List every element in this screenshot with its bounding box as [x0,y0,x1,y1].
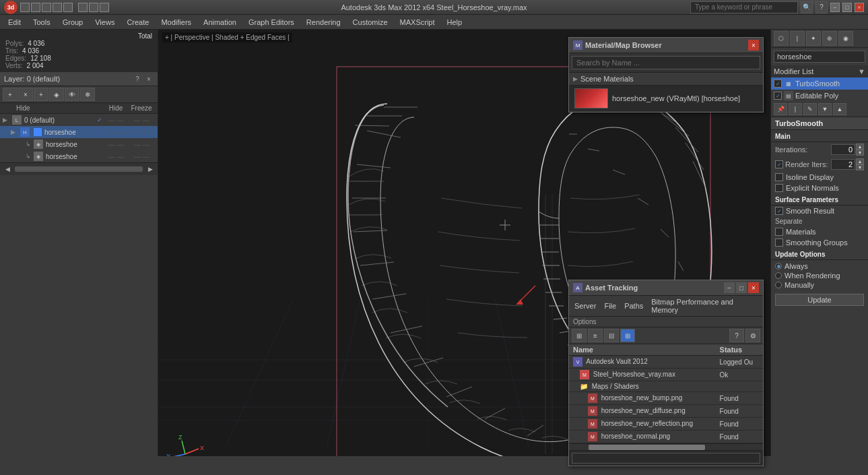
menu-item-help[interactable]: Help [442,17,468,28]
menu-item-customize[interactable]: Customize [347,17,393,28]
manually-radio[interactable] [775,282,782,288]
smoothing-groups-check[interactable] [775,239,783,247]
stats-tris-row: Tris: 4 036 [5,47,152,55]
at-max-btn[interactable]: □ [736,282,747,293]
menu-item-maxscript[interactable]: MAXScript [395,17,440,28]
menu-item-tools[interactable]: Tools [28,17,56,28]
mod-pipe-btn[interactable]: | [789,103,802,115]
update-button[interactable]: Update [775,294,864,306]
at-btn-tree[interactable]: ⊟ [604,329,619,342]
layer-freeze-all-btn[interactable]: ❄ [80,88,95,101]
layer-row-default[interactable]: ▶ L 0 (default) ✓ — — — — [0,114,158,126]
at-row-maps-folder[interactable]: 📁 Maps / Shaders [569,381,763,392]
scroll-left-btn[interactable]: ◀ [3,164,12,174]
scroll-right-btn[interactable]: ▶ [145,164,155,174]
rp-btn-5[interactable]: ◉ [838,31,853,46]
modifier-turbosm[interactable]: ✓ ▦ TurboSmooth [771,77,868,90]
layer-row-horseshoe-2[interactable]: ↳ ◈ horseshoe — — — — [0,150,158,162]
menu-item-graph-editors[interactable]: Graph Editors [243,17,300,28]
iterations-down[interactable]: ▼ [856,150,864,156]
at-menu-bitmap[interactable]: Bitmap Performance and Memory [648,297,760,315]
object-name-input[interactable] [774,51,865,63]
mod-del-btn[interactable]: ▼ [818,103,832,115]
at-row-reflection[interactable]: M horseshoe_new_reflection.png Found [569,418,763,431]
at-path-input[interactable] [572,453,760,464]
mod-edit-btn[interactable]: ✎ [803,103,817,115]
tb-btn-1[interactable] [20,3,30,12]
scroll-track[interactable] [15,166,143,172]
iterations-up[interactable]: ▲ [856,144,864,150]
at-btn-settings[interactable]: ⚙ [745,329,760,342]
rp-btn-2[interactable]: | [790,31,805,46]
at-menu-file[interactable]: File [601,301,619,311]
tb-btn-4[interactable] [53,3,62,12]
at-btn-list[interactable]: ≡ [588,329,603,342]
at-menu-paths[interactable]: Paths [622,301,646,311]
search-btn[interactable]: 🔍 [801,1,813,13]
layer-row-horseshoe-0[interactable]: ▶ H horseshoe — — — — [0,126,158,138]
modifier-editable-poly[interactable]: ✓ ▤ Editable Poly [771,90,868,102]
stats-tris-value: 4 036 [22,47,39,55]
at-menu-server[interactable]: Server [572,301,599,311]
menu-item-create[interactable]: Create [121,17,154,28]
tb-btn-7[interactable] [89,3,98,12]
layers-close-btn[interactable]: × [144,74,154,84]
mat-browser-close-btn[interactable]: × [748,40,759,51]
iterations-input[interactable] [831,144,855,155]
at-row-diffuse[interactable]: M horseshoe_new_diffuse.png Found [569,405,763,418]
update-options-title: Update Options [771,249,868,260]
layer-new-btn[interactable]: + [3,88,18,101]
tb-btn-2[interactable] [31,3,40,12]
minimize-btn[interactable]: − [830,3,840,12]
always-radio[interactable] [775,263,782,270]
layer-delete-btn[interactable]: × [18,88,33,101]
mod-pin-btn[interactable]: 📌 [774,103,787,115]
at-row-max-file[interactable]: M Steel_Horseshoe_vray.max Ok [569,369,763,381]
at-btn-help[interactable]: ? [729,329,744,342]
when-rendering-label: When Rendering [784,272,840,280]
smooth-result-check[interactable]: ✓ [775,207,783,215]
menu-item-views[interactable]: Views [90,17,120,28]
menu-item-rendering[interactable]: Rendering [301,17,346,28]
materials-check[interactable] [775,228,783,236]
mat-browser-search-input[interactable] [572,56,760,69]
layers-help-btn[interactable]: ? [133,74,142,84]
menu-item-modifiers[interactable]: Modifiers [156,17,197,28]
render-iters-up[interactable]: ▲ [856,158,864,164]
menu-item-animation[interactable]: Animation [198,17,242,28]
layer-sel-objects-btn[interactable]: ◈ [49,88,64,101]
help-btn[interactable]: ? [815,1,828,13]
render-iters-input[interactable] [831,159,855,170]
tb-btn-5[interactable] [63,3,73,12]
render-iters-down[interactable]: ▼ [856,164,864,170]
tb-btn-8[interactable] [100,3,109,12]
close-btn[interactable]: × [855,3,864,12]
rp-btn-1[interactable]: ⬡ [774,31,789,46]
search-input[interactable] [690,1,798,13]
at-min-btn[interactable]: − [724,282,735,293]
at-row-vault[interactable]: V Autodesk Vault 2012 Logged Ou [569,356,763,369]
rp-btn-4[interactable]: ⊕ [822,31,837,46]
at-btn-grid[interactable]: ⊞ [572,329,587,342]
at-row-bump[interactable]: M horseshoe_new_bump.png Found [569,392,763,405]
at-scroll-thumb[interactable] [589,445,705,450]
layer-add-sel-btn[interactable]: + [34,88,48,101]
isoline-check[interactable] [775,173,783,181]
maximize-btn[interactable]: □ [842,3,852,12]
rp-btn-3[interactable]: ✦ [806,31,821,46]
render-iters-check[interactable]: ✓ [775,160,783,168]
tb-btn-6[interactable] [78,3,88,12]
layer-hide-all-btn[interactable]: 👁 [65,88,79,101]
mat-entry-horseshoe[interactable]: horseshoe_new (VRayMtl) [horseshoe] [569,86,763,112]
at-scrollbar[interactable] [569,443,763,450]
at-row-normal[interactable]: M horseshoe_normal.png Found [569,431,763,443]
explicit-normals-check[interactable] [775,184,783,192]
at-btn-detail[interactable]: ⊞ [620,329,635,342]
layer-row-horseshoe-1[interactable]: ↳ ◈ horseshoe — — — — [0,138,158,150]
tb-btn-3[interactable] [42,3,51,12]
menu-item-group[interactable]: Group [57,17,89,28]
at-close-btn[interactable]: × [748,282,759,293]
mod-up-btn[interactable]: ▲ [833,103,846,115]
when-rendering-radio[interactable] [775,272,782,279]
menu-item-edit[interactable]: Edit [3,17,26,28]
